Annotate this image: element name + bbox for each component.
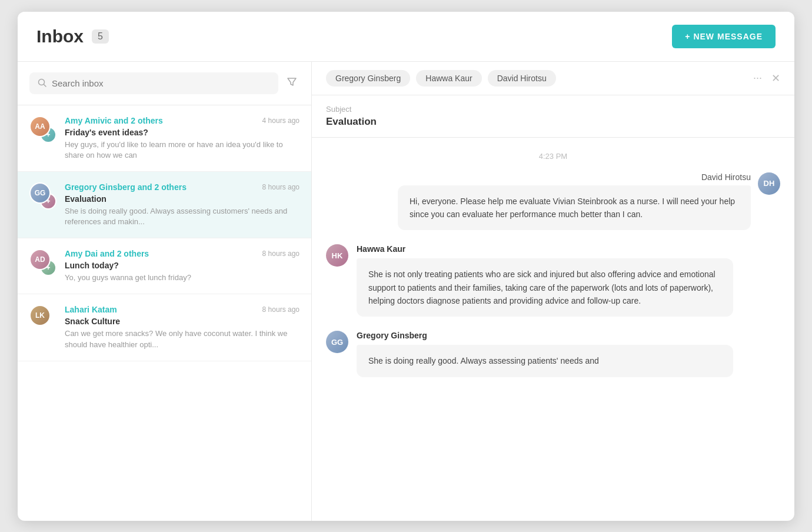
message-item[interactable]: LK Lahari Katam 8 hours ago Snack Cultur… <box>18 294 311 361</box>
hawwa-message-content: Hawwa Kaur She is not only treating pati… <box>357 244 780 317</box>
thread-area: 4:23 PM David Hirotsu Hi, everyone. Plea… <box>312 138 794 521</box>
recipient-chip-david[interactable]: David Hirotsu <box>488 70 556 87</box>
conversation-actions: ··· ✕ <box>753 72 780 85</box>
message-time: 8 hours ago <box>262 183 299 191</box>
inbox-count-badge: 5 <box>92 29 109 44</box>
hawwa-avatar: HK <box>326 244 348 267</box>
received-message: GG Gregory Ginsberg She is doing really … <box>326 331 780 377</box>
avatar-stack: AD + <box>29 249 56 276</box>
message-list: AA + Amy Amivic and 2 others 4 hours ago… <box>18 105 311 521</box>
message-content: Lahari Katam 8 hours ago Snack Culture C… <box>65 305 299 350</box>
svg-marker-2 <box>288 78 296 85</box>
avatar-stack: GG + <box>29 182 56 210</box>
gregory-message-bubble: She is doing really good. Always assessi… <box>357 345 733 377</box>
message-preview: She is doing really good. Always assessi… <box>65 206 299 227</box>
message-time: 8 hours ago <box>262 305 299 314</box>
search-input[interactable] <box>52 78 270 88</box>
message-header: Gregory Ginsberg and 2 others 8 hours ag… <box>65 182 299 192</box>
message-content: Gregory Ginsberg and 2 others 8 hours ag… <box>65 182 299 227</box>
david-avatar: DH <box>758 172 780 195</box>
message-item[interactable]: AD + Amy Dai and 2 others 8 hours ago Lu… <box>18 238 311 294</box>
message-content: Amy Dai and 2 others 8 hours ago Lunch t… <box>65 249 299 283</box>
header-left: Inbox 5 <box>36 26 109 46</box>
hawwa-message-bubble: She is not only treating patients who ar… <box>357 258 733 317</box>
sent-message-bubble: Hi, everyone. Please help me evaluate Vi… <box>398 185 751 231</box>
sent-message: David Hirotsu Hi, everyone. Please help … <box>326 172 780 231</box>
message-header: Amy Amivic and 2 others 4 hours ago <box>65 116 299 125</box>
main-layout: AA + Amy Amivic and 2 others 4 hours ago… <box>18 62 794 521</box>
message-sender: Lahari Katam <box>65 305 117 314</box>
message-subject: Evaluation <box>65 194 299 204</box>
message-time: 8 hours ago <box>262 250 299 258</box>
hawwa-author: Hawwa Kaur <box>357 244 780 254</box>
header: Inbox 5 + NEW MESSAGE <box>18 12 794 62</box>
message-time: 4 hours ago <box>262 117 299 125</box>
message-sender: Amy Amivic and 2 others <box>65 116 163 125</box>
message-sender: Amy Dai and 2 others <box>65 249 149 258</box>
message-preview: Can we get more snacks? We only have coc… <box>65 328 299 350</box>
filter-icon[interactable] <box>284 74 299 92</box>
subject-value: Evaluation <box>326 116 780 128</box>
page-title: Inbox <box>36 26 84 46</box>
search-icon <box>38 78 47 88</box>
message-item[interactable]: GG + Gregory Ginsberg and 2 others 8 hou… <box>18 172 311 238</box>
recipient-chip-gregory[interactable]: Gregory Ginsberg <box>326 70 410 87</box>
conversation-header: Gregory Ginsberg Hawwa Kaur David Hirots… <box>312 62 794 95</box>
thread-timestamp: 4:23 PM <box>326 152 780 161</box>
message-subject: Friday's event ideas? <box>65 128 299 137</box>
avatar-stack: AA + <box>29 116 56 143</box>
message-sender: Gregory Ginsberg and 2 others <box>65 182 187 192</box>
search-input-wrapper <box>29 72 278 94</box>
avatar-main: GG <box>29 182 51 204</box>
recipient-chip-hawwa[interactable]: Hawwa Kaur <box>416 70 481 87</box>
message-header: Lahari Katam 8 hours ago <box>65 305 299 314</box>
subject-area: Subject Evaluation <box>312 95 794 138</box>
message-preview: Hey guys, if you'd like to learn more or… <box>65 139 299 161</box>
more-options-icon[interactable]: ··· <box>753 72 762 84</box>
gregory-message-content: Gregory Ginsberg She is doing really goo… <box>357 331 780 377</box>
message-subject: Lunch today? <box>65 261 299 270</box>
search-bar-area <box>18 62 311 105</box>
new-message-button[interactable]: + NEW MESSAGE <box>672 25 776 48</box>
received-message: HK Hawwa Kaur She is not only treating p… <box>326 244 780 317</box>
app-container: Inbox 5 + NEW MESSAGE <box>18 12 794 521</box>
avatar-main: LK <box>29 305 51 326</box>
svg-line-1 <box>44 85 46 87</box>
gregory-author: Gregory Ginsberg <box>357 331 780 340</box>
close-icon[interactable]: ✕ <box>771 72 780 85</box>
right-panel: Gregory Ginsberg Hawwa Kaur David Hirots… <box>312 62 794 521</box>
message-item[interactable]: AA + Amy Amivic and 2 others 4 hours ago… <box>18 105 311 172</box>
message-header: Amy Dai and 2 others 8 hours ago <box>65 249 299 258</box>
left-panel: AA + Amy Amivic and 2 others 4 hours ago… <box>18 62 312 521</box>
gregory-avatar: GG <box>326 331 348 353</box>
sent-message-author: David Hirotsu <box>398 172 751 182</box>
avatar-main: AA <box>29 116 51 137</box>
subject-label: Subject <box>326 105 780 114</box>
avatar-main: AD <box>29 249 51 270</box>
message-subject: Snack Culture <box>65 317 299 326</box>
message-preview: Yo, you guys wanna get lunch friday? <box>65 272 299 283</box>
sent-message-content: David Hirotsu Hi, everyone. Please help … <box>398 172 751 231</box>
message-content: Amy Amivic and 2 others 4 hours ago Frid… <box>65 116 299 161</box>
avatar-stack: LK <box>29 305 56 332</box>
